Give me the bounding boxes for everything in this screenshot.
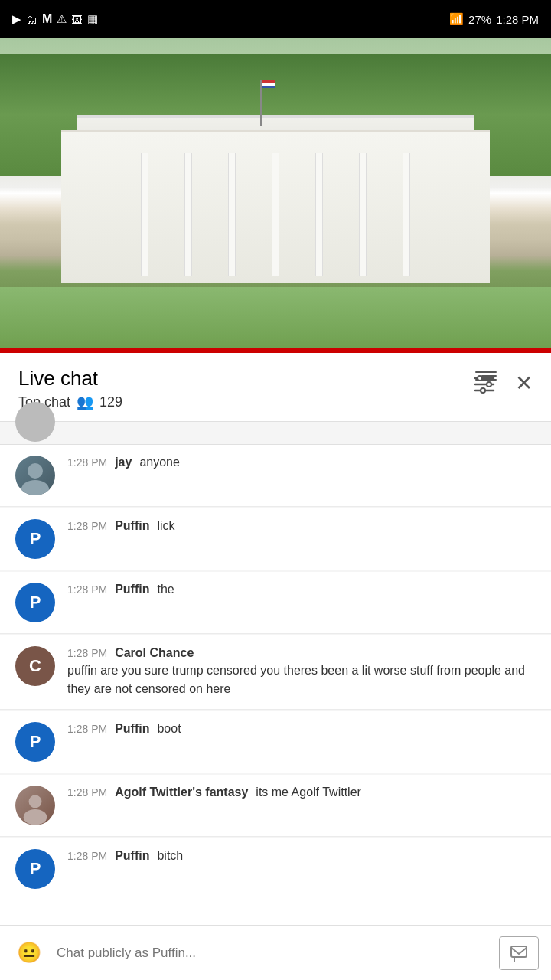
chat-meta: 1:28 PM Puffin the	[67, 583, 536, 596]
wifi-icon: 📶	[449, 12, 464, 26]
partial-avatar	[15, 402, 55, 442]
avatar	[15, 786, 55, 825]
chat-time: 1:28 PM	[67, 456, 107, 469]
send-icon	[508, 940, 530, 965]
calendar-icon: ▦	[87, 12, 98, 26]
status-bar-right: 📶 27% 1:28 PM	[449, 12, 539, 26]
chat-meta: 1:28 PM Puffin lick	[67, 519, 536, 533]
close-icon: ✕	[515, 371, 533, 395]
chat-username: Agolf Twittler's fantasy	[115, 786, 248, 799]
table-row: 1:28 PM jay anyone	[0, 445, 551, 507]
chat-message: lick	[157, 519, 174, 533]
emoji-button[interactable]: 😐	[12, 936, 46, 970]
chat-content: 1:28 PM Puffin the	[67, 583, 536, 598]
chat-message: boot	[157, 722, 181, 736]
chat-username: Puffin	[115, 849, 149, 863]
send-button[interactable]	[499, 936, 539, 970]
chat-time: 1:28 PM	[67, 583, 107, 596]
time-display: 1:28 PM	[496, 13, 539, 26]
table-row: P 1:28 PM Puffin boot	[0, 711, 551, 773]
viewer-count: 129	[99, 394, 122, 410]
column-4	[272, 153, 279, 276]
svg-point-6	[28, 463, 43, 479]
flag-pole	[260, 80, 262, 126]
emoji-icon: 😐	[17, 941, 41, 965]
chat-time: 1:28 PM	[67, 520, 107, 532]
chat-time: 1:28 PM	[67, 647, 107, 659]
chat-username: Puffin	[115, 519, 149, 533]
chat-message: the	[157, 583, 174, 596]
header-actions: ✕	[472, 371, 533, 395]
svg-point-7	[21, 480, 49, 495]
chat-list: 1:28 PM jay anyone P 1:28 PM Puffin lick…	[0, 445, 551, 900]
avatar: P	[15, 722, 55, 762]
youtube-icon: ▶	[12, 12, 21, 26]
chat-time: 1:28 PM	[67, 723, 107, 735]
wh-columns	[122, 153, 429, 276]
chat-message: bitch	[157, 849, 183, 863]
status-bar: ▶ 🗂 M ⚠ 🖼 ▦ 📶 27% 1:28 PM	[0, 0, 551, 38]
svg-point-8	[29, 795, 42, 808]
svg-point-4	[487, 382, 491, 387]
chat-meta: 1:28 PM Puffin bitch	[67, 849, 536, 863]
chat-meta: 1:28 PM Agolf Twittler's fantasy its me …	[67, 786, 536, 799]
chat-content: 1:28 PM Agolf Twittler's fantasy its me …	[67, 786, 536, 801]
svg-point-5	[481, 388, 485, 393]
live-chat-header: Live chat Top chat 👥 129	[0, 353, 551, 422]
avatar: P	[15, 583, 55, 622]
chat-meta: 1:28 PM jay anyone	[67, 456, 536, 469]
chat-message: anyone	[139, 456, 180, 469]
chat-time: 1:28 PM	[67, 786, 107, 799]
chat-input[interactable]	[57, 936, 488, 970]
chat-content: 1:28 PM Puffin lick	[67, 519, 536, 534]
avatar: P	[15, 519, 55, 559]
status-bar-left: ▶ 🗂 M ⚠ 🖼 ▦	[12, 12, 98, 26]
input-bar: 😐	[0, 925, 551, 980]
table-row: P 1:28 PM Puffin the	[0, 572, 551, 634]
avatar: C	[15, 646, 55, 686]
column-3	[228, 153, 236, 276]
close-button[interactable]: ✕	[515, 373, 533, 394]
chat-username: Carol Chance	[115, 646, 194, 660]
chat-username: Puffin	[115, 583, 149, 596]
chat-message-block: puffin are you sure trump censored you t…	[67, 662, 536, 698]
chat-content: 1:28 PM Carol Chance puffin are you sure…	[67, 646, 536, 698]
svg-point-3	[478, 376, 482, 381]
svg-rect-10	[511, 946, 527, 957]
live-chat-title: Live chat	[18, 367, 122, 390]
filter-line-1	[475, 371, 497, 373]
image-icon: 🖼	[71, 13, 83, 26]
filter-button[interactable]	[472, 371, 497, 395]
chat-content: 1:28 PM Puffin boot	[67, 722, 536, 737]
avatar	[15, 456, 55, 495]
table-row: 1:28 PM Agolf Twittler's fantasy its me …	[0, 775, 551, 837]
filter-icon	[472, 374, 497, 395]
chat-content: 1:28 PM jay anyone	[67, 456, 536, 471]
scroll-indicator	[0, 422, 551, 445]
column-7	[403, 153, 410, 276]
column-5	[315, 153, 323, 276]
column-2	[184, 153, 192, 276]
chat-time: 1:28 PM	[67, 850, 107, 862]
m-icon: M	[42, 12, 52, 26]
avatar: P	[15, 849, 55, 889]
table-row: P 1:28 PM Puffin lick	[0, 508, 551, 570]
svg-point-9	[24, 809, 47, 825]
column-1	[141, 153, 148, 276]
chat-content: 1:28 PM Puffin bitch	[67, 849, 536, 864]
chat-meta: 1:28 PM Carol Chance	[67, 646, 536, 660]
wh-lawn	[0, 287, 551, 348]
chat-username: Puffin	[115, 722, 149, 736]
table-row: P 1:28 PM Puffin bitch	[0, 838, 551, 900]
table-row: C 1:28 PM Carol Chance puffin are you su…	[0, 635, 551, 710]
column-6	[359, 153, 367, 276]
battery-text: 27%	[468, 13, 491, 26]
chat-username: jay	[115, 456, 132, 469]
chat-message: its me Agolf Twittler	[256, 786, 361, 799]
warning-icon: ⚠	[57, 12, 67, 26]
folder-icon: 🗂	[26, 13, 37, 26]
video-thumbnail[interactable]	[0, 38, 551, 348]
chat-meta: 1:28 PM Puffin boot	[67, 722, 536, 736]
people-icon: 👥	[77, 394, 93, 410]
